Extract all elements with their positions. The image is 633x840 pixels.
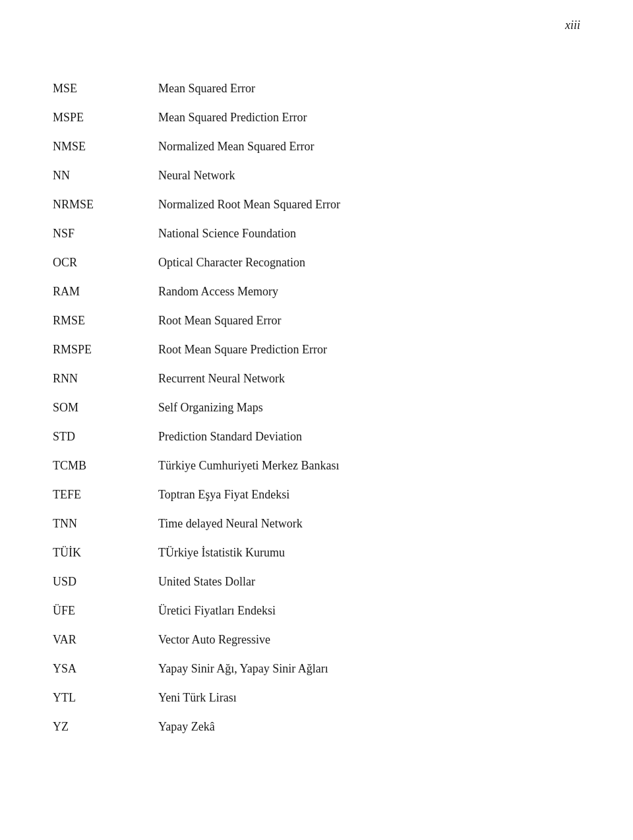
- list-item: TÜİKTÜrkiye İstatistik Kurumu: [53, 543, 580, 572]
- abbreviation-code: ÜFE: [53, 603, 158, 618]
- abbreviation-definition: Yeni Türk Lirası: [158, 690, 580, 705]
- abbreviation-code: RMSPE: [53, 342, 158, 357]
- abbreviation-definition: Mean Squared Prediction Error: [158, 109, 580, 125]
- abbreviation-definition: Random Access Memory: [158, 284, 580, 299]
- list-item: SOMSelf Organizing Maps: [53, 398, 580, 427]
- list-item: OCROptical Character Recognation: [53, 253, 580, 282]
- list-item: MSEMean Squared Error: [53, 79, 580, 108]
- abbreviation-code: NSF: [53, 225, 158, 241]
- abbreviation-code: SOM: [53, 400, 158, 415]
- abbreviation-code: STD: [53, 429, 158, 444]
- abbreviation-code: MSE: [53, 80, 158, 96]
- abbreviation-definition: Vector Auto Regressive: [158, 632, 580, 647]
- abbreviation-definition: Self Organizing Maps: [158, 400, 580, 415]
- abbreviation-definition: Türkiye Cumhuriyeti Merkez Bankası: [158, 458, 580, 473]
- abbreviation-code: RMSE: [53, 313, 158, 328]
- list-item: TEFEToptran Eşya Fiyat Endeksi: [53, 485, 580, 514]
- list-item: RMSERoot Mean Squared Error: [53, 311, 580, 340]
- list-item: RMSPERoot Mean Square Prediction Error: [53, 340, 580, 369]
- abbreviation-code: MSPE: [53, 109, 158, 125]
- list-item: NSFNational Science Foundation: [53, 224, 580, 253]
- list-item: RAMRandom Access Memory: [53, 282, 580, 311]
- abbreviation-definition: Recurrent Neural Network: [158, 371, 580, 386]
- list-item: VARVector Auto Regressive: [53, 630, 580, 659]
- abbreviation-code: YSA: [53, 661, 158, 676]
- abbreviation-code: TNN: [53, 516, 158, 531]
- page-number: xiii: [565, 18, 580, 32]
- abbreviation-definition: Neural Network: [158, 167, 580, 183]
- abbreviation-code: TÜİK: [53, 545, 158, 560]
- abbreviation-code: NMSE: [53, 138, 158, 154]
- abbreviation-definition: Normalized Root Mean Squared Error: [158, 196, 580, 212]
- abbreviation-code: YZ: [53, 719, 158, 734]
- list-item: MSPEMean Squared Prediction Error: [53, 108, 580, 137]
- abbreviation-definition: Mean Squared Error: [158, 80, 580, 96]
- list-item: ÜFEÜretici Fiyatları Endeksi: [53, 601, 580, 630]
- abbreviation-definition: Root Mean Squared Error: [158, 313, 580, 328]
- abbreviation-definition: Root Mean Square Prediction Error: [158, 342, 580, 357]
- abbreviation-code: OCR: [53, 255, 158, 270]
- abbreviation-definition: Time delayed Neural Network: [158, 516, 580, 531]
- abbreviation-code: NRMSE: [53, 196, 158, 212]
- abbreviation-code: TCMB: [53, 458, 158, 473]
- abbreviation-code: RAM: [53, 284, 158, 299]
- abbreviation-definition: Üretici Fiyatları Endeksi: [158, 603, 580, 618]
- list-item: YSAYapay Sinir Ağı, Yapay Sinir Ağları: [53, 659, 580, 688]
- list-item: NNNeural Network: [53, 166, 580, 195]
- abbreviation-code: USD: [53, 574, 158, 589]
- abbreviation-definition: Prediction Standard Deviation: [158, 429, 580, 444]
- abbreviation-definition: Yapay Zekâ: [158, 719, 580, 734]
- list-item: TNNTime delayed Neural Network: [53, 514, 580, 543]
- abbreviation-definition: Yapay Sinir Ağı, Yapay Sinir Ağları: [158, 661, 580, 676]
- list-item: YZYapay Zekâ: [53, 717, 580, 746]
- list-item: STDPrediction Standard Deviation: [53, 427, 580, 456]
- abbreviation-definition: TÜrkiye İstatistik Kurumu: [158, 545, 580, 560]
- abbreviation-definition: Toptran Eşya Fiyat Endeksi: [158, 487, 580, 502]
- abbreviation-code: VAR: [53, 632, 158, 647]
- abbreviation-definition: Normalized Mean Squared Error: [158, 138, 580, 154]
- abbreviation-definition: National Science Foundation: [158, 225, 580, 241]
- list-item: NRMSENormalized Root Mean Squared Error: [53, 195, 580, 224]
- abbreviation-code: NN: [53, 167, 158, 183]
- list-item: TCMBTürkiye Cumhuriyeti Merkez Bankası: [53, 456, 580, 485]
- abbreviation-code: YTL: [53, 690, 158, 705]
- abbreviation-list: MSEMean Squared ErrorMSPEMean Squared Pr…: [53, 79, 580, 746]
- list-item: USDUnited States Dollar: [53, 572, 580, 601]
- abbreviation-definition: United States Dollar: [158, 574, 580, 589]
- abbreviation-definition: Optical Character Recognation: [158, 255, 580, 270]
- abbreviation-code: TEFE: [53, 487, 158, 502]
- abbreviation-code: RNN: [53, 371, 158, 386]
- list-item: RNNRecurrent Neural Network: [53, 369, 580, 398]
- list-item: YTLYeni Türk Lirası: [53, 688, 580, 717]
- list-item: NMSENormalized Mean Squared Error: [53, 137, 580, 166]
